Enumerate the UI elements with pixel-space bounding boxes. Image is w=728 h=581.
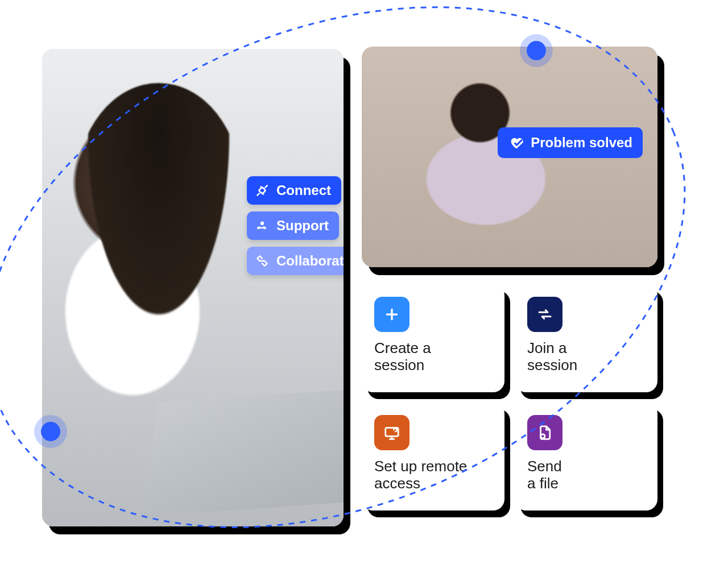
badge-label: Support bbox=[276, 218, 329, 234]
support-hands-icon bbox=[254, 217, 271, 234]
hero-image-left: Connect Support Collaborate bbox=[42, 49, 344, 526]
card-label: Create asession bbox=[374, 340, 492, 374]
badge-collaborate: Collaborate bbox=[247, 247, 344, 275]
card-send-file[interactable]: Senda file bbox=[515, 402, 657, 511]
hero-image-right: Problem solved bbox=[362, 47, 657, 267]
plug-icon bbox=[254, 182, 271, 199]
svg-point-2 bbox=[260, 221, 264, 225]
swap-arrows-icon bbox=[527, 297, 562, 332]
badge-label: Connect bbox=[276, 182, 331, 198]
badge-label: Problem solved bbox=[531, 135, 632, 151]
card-label: Senda file bbox=[527, 458, 645, 492]
card-label: Set up remoteaccess bbox=[374, 458, 492, 492]
orbit-dot-top bbox=[527, 41, 546, 60]
badge-support: Support bbox=[247, 211, 339, 240]
badge-problem-solved: Problem solved bbox=[498, 127, 643, 158]
heart-check-icon bbox=[508, 134, 525, 151]
card-remote-access[interactable]: Set up remoteaccess bbox=[362, 402, 504, 511]
card-join-session[interactable]: Join asession bbox=[515, 284, 657, 392]
badge-label: Collaborate bbox=[276, 253, 344, 269]
badge-stack: Connect Support Collaborate bbox=[247, 176, 344, 275]
monitor-share-icon bbox=[374, 415, 410, 450]
file-send-icon bbox=[527, 415, 562, 450]
card-label: Join asession bbox=[527, 340, 645, 374]
plus-icon bbox=[374, 297, 410, 332]
orbit-dot-bottom bbox=[41, 422, 60, 441]
badge-connect: Connect bbox=[247, 176, 341, 205]
handshake-icon bbox=[254, 252, 271, 269]
action-card-grid: Create asession Join asession Set up rem… bbox=[362, 284, 657, 511]
card-create-session[interactable]: Create asession bbox=[362, 284, 504, 392]
